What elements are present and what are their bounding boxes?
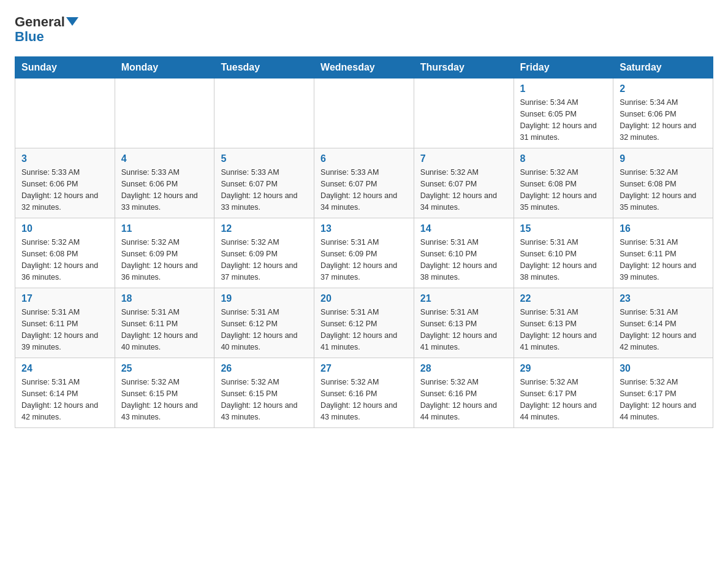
day-number: 6 xyxy=(320,153,408,164)
day-info: Sunrise: 5:32 AM Sunset: 6:17 PM Dayligh… xyxy=(520,377,607,423)
day-info: Sunrise: 5:32 AM Sunset: 6:15 PM Dayligh… xyxy=(221,377,308,423)
day-info: Sunrise: 5:31 AM Sunset: 6:12 PM Dayligh… xyxy=(320,307,408,353)
day-info: Sunrise: 5:32 AM Sunset: 6:09 PM Dayligh… xyxy=(221,237,308,283)
day-number: 16 xyxy=(620,223,707,234)
day-number: 1 xyxy=(520,83,607,94)
day-number: 5 xyxy=(221,153,308,164)
calendar-day-cell xyxy=(115,79,214,148)
calendar-day-cell: 6Sunrise: 5:33 AM Sunset: 6:07 PM Daylig… xyxy=(314,148,414,218)
day-info: Sunrise: 5:31 AM Sunset: 6:14 PM Dayligh… xyxy=(620,307,707,353)
day-number: 27 xyxy=(320,363,408,374)
day-number: 30 xyxy=(620,363,707,374)
calendar-week-row: 1Sunrise: 5:34 AM Sunset: 6:05 PM Daylig… xyxy=(15,79,713,148)
day-number: 21 xyxy=(420,293,507,304)
calendar-day-cell: 25Sunrise: 5:32 AM Sunset: 6:15 PM Dayli… xyxy=(115,358,214,428)
day-info: Sunrise: 5:33 AM Sunset: 6:07 PM Dayligh… xyxy=(221,167,308,213)
day-of-week-header: Monday xyxy=(115,57,214,79)
calendar-day-cell: 13Sunrise: 5:31 AM Sunset: 6:09 PM Dayli… xyxy=(314,218,414,288)
calendar-day-cell xyxy=(214,79,314,148)
day-of-week-header: Saturday xyxy=(613,57,713,79)
day-info: Sunrise: 5:32 AM Sunset: 6:16 PM Dayligh… xyxy=(320,377,408,423)
day-info: Sunrise: 5:33 AM Sunset: 6:07 PM Dayligh… xyxy=(320,167,408,213)
day-info: Sunrise: 5:32 AM Sunset: 6:15 PM Dayligh… xyxy=(121,377,208,423)
day-number: 20 xyxy=(320,293,408,304)
day-info: Sunrise: 5:32 AM Sunset: 6:08 PM Dayligh… xyxy=(520,167,607,213)
calendar-day-cell xyxy=(314,79,414,148)
day-info: Sunrise: 5:32 AM Sunset: 6:08 PM Dayligh… xyxy=(21,237,108,283)
day-number: 17 xyxy=(21,293,108,304)
calendar-day-cell: 28Sunrise: 5:32 AM Sunset: 6:16 PM Dayli… xyxy=(414,358,514,428)
logo-blue: Blue xyxy=(15,29,44,44)
calendar-week-row: 10Sunrise: 5:32 AM Sunset: 6:08 PM Dayli… xyxy=(15,218,713,288)
day-number: 12 xyxy=(221,223,308,234)
calendar-day-cell: 30Sunrise: 5:32 AM Sunset: 6:17 PM Dayli… xyxy=(613,358,713,428)
calendar-day-cell: 18Sunrise: 5:31 AM Sunset: 6:11 PM Dayli… xyxy=(115,288,214,358)
day-info: Sunrise: 5:31 AM Sunset: 6:14 PM Dayligh… xyxy=(21,377,108,423)
day-info: Sunrise: 5:31 AM Sunset: 6:11 PM Dayligh… xyxy=(21,307,108,353)
day-of-week-header: Tuesday xyxy=(214,57,314,79)
calendar-day-cell: 9Sunrise: 5:32 AM Sunset: 6:08 PM Daylig… xyxy=(613,148,713,218)
day-number: 14 xyxy=(420,223,507,234)
day-number: 23 xyxy=(620,293,707,304)
calendar-day-cell: 15Sunrise: 5:31 AM Sunset: 6:10 PM Dayli… xyxy=(514,218,613,288)
day-number: 18 xyxy=(121,293,208,304)
calendar-day-cell: 19Sunrise: 5:31 AM Sunset: 6:12 PM Dayli… xyxy=(214,288,314,358)
day-of-week-header: Sunday xyxy=(15,57,115,79)
day-info: Sunrise: 5:31 AM Sunset: 6:11 PM Dayligh… xyxy=(620,237,707,283)
day-info: Sunrise: 5:33 AM Sunset: 6:06 PM Dayligh… xyxy=(21,167,108,213)
day-info: Sunrise: 5:31 AM Sunset: 6:12 PM Dayligh… xyxy=(221,307,308,353)
logo-triangle-icon xyxy=(66,17,78,26)
logo-text: General Blue xyxy=(15,15,78,44)
calendar-day-cell: 29Sunrise: 5:32 AM Sunset: 6:17 PM Dayli… xyxy=(514,358,613,428)
day-number: 10 xyxy=(21,223,108,234)
calendar-day-cell: 26Sunrise: 5:32 AM Sunset: 6:15 PM Dayli… xyxy=(214,358,314,428)
day-info: Sunrise: 5:32 AM Sunset: 6:08 PM Dayligh… xyxy=(620,167,707,213)
calendar-day-cell: 7Sunrise: 5:32 AM Sunset: 6:07 PM Daylig… xyxy=(414,148,514,218)
day-info: Sunrise: 5:31 AM Sunset: 6:13 PM Dayligh… xyxy=(520,307,607,353)
calendar-week-row: 24Sunrise: 5:31 AM Sunset: 6:14 PM Dayli… xyxy=(15,358,713,428)
calendar-day-cell xyxy=(414,79,514,148)
calendar-day-cell: 2Sunrise: 5:34 AM Sunset: 6:06 PM Daylig… xyxy=(613,79,713,148)
logo: General Blue xyxy=(15,15,78,44)
day-number: 19 xyxy=(221,293,308,304)
calendar-table: SundayMondayTuesdayWednesdayThursdayFrid… xyxy=(15,56,713,428)
day-number: 8 xyxy=(520,153,607,164)
day-number: 25 xyxy=(121,363,208,374)
calendar-day-cell: 14Sunrise: 5:31 AM Sunset: 6:10 PM Dayli… xyxy=(414,218,514,288)
day-number: 15 xyxy=(520,223,607,234)
day-number: 13 xyxy=(320,223,408,234)
day-info: Sunrise: 5:32 AM Sunset: 6:09 PM Dayligh… xyxy=(121,237,208,283)
day-of-week-header: Thursday xyxy=(414,57,514,79)
day-number: 26 xyxy=(221,363,308,374)
day-number: 9 xyxy=(620,153,707,164)
day-info: Sunrise: 5:31 AM Sunset: 6:13 PM Dayligh… xyxy=(420,307,507,353)
calendar-day-cell: 5Sunrise: 5:33 AM Sunset: 6:07 PM Daylig… xyxy=(214,148,314,218)
day-info: Sunrise: 5:31 AM Sunset: 6:10 PM Dayligh… xyxy=(520,237,607,283)
day-of-week-header: Wednesday xyxy=(314,57,414,79)
day-info: Sunrise: 5:31 AM Sunset: 6:10 PM Dayligh… xyxy=(420,237,507,283)
day-info: Sunrise: 5:34 AM Sunset: 6:06 PM Dayligh… xyxy=(620,97,707,143)
page-header: General Blue xyxy=(15,15,713,44)
calendar-day-cell: 11Sunrise: 5:32 AM Sunset: 6:09 PM Dayli… xyxy=(115,218,214,288)
day-info: Sunrise: 5:34 AM Sunset: 6:05 PM Dayligh… xyxy=(520,97,607,143)
day-of-week-header: Friday xyxy=(514,57,613,79)
calendar-day-cell: 3Sunrise: 5:33 AM Sunset: 6:06 PM Daylig… xyxy=(15,148,115,218)
calendar-day-cell: 8Sunrise: 5:32 AM Sunset: 6:08 PM Daylig… xyxy=(514,148,613,218)
calendar-day-cell: 24Sunrise: 5:31 AM Sunset: 6:14 PM Dayli… xyxy=(15,358,115,428)
calendar-day-cell: 10Sunrise: 5:32 AM Sunset: 6:08 PM Dayli… xyxy=(15,218,115,288)
calendar-day-cell: 12Sunrise: 5:32 AM Sunset: 6:09 PM Dayli… xyxy=(214,218,314,288)
calendar-day-cell: 21Sunrise: 5:31 AM Sunset: 6:13 PM Dayli… xyxy=(414,288,514,358)
day-info: Sunrise: 5:32 AM Sunset: 6:07 PM Dayligh… xyxy=(420,167,507,213)
calendar-day-cell: 4Sunrise: 5:33 AM Sunset: 6:06 PM Daylig… xyxy=(115,148,214,218)
day-info: Sunrise: 5:31 AM Sunset: 6:09 PM Dayligh… xyxy=(320,237,408,283)
calendar-day-cell: 17Sunrise: 5:31 AM Sunset: 6:11 PM Dayli… xyxy=(15,288,115,358)
calendar-day-cell: 22Sunrise: 5:31 AM Sunset: 6:13 PM Dayli… xyxy=(514,288,613,358)
calendar-week-row: 3Sunrise: 5:33 AM Sunset: 6:06 PM Daylig… xyxy=(15,148,713,218)
day-number: 2 xyxy=(620,83,707,94)
calendar-day-cell: 23Sunrise: 5:31 AM Sunset: 6:14 PM Dayli… xyxy=(613,288,713,358)
day-info: Sunrise: 5:32 AM Sunset: 6:16 PM Dayligh… xyxy=(420,377,507,423)
day-info: Sunrise: 5:33 AM Sunset: 6:06 PM Dayligh… xyxy=(121,167,208,213)
calendar-day-cell: 16Sunrise: 5:31 AM Sunset: 6:11 PM Dayli… xyxy=(613,218,713,288)
calendar-day-cell: 20Sunrise: 5:31 AM Sunset: 6:12 PM Dayli… xyxy=(314,288,414,358)
day-number: 11 xyxy=(121,223,208,234)
